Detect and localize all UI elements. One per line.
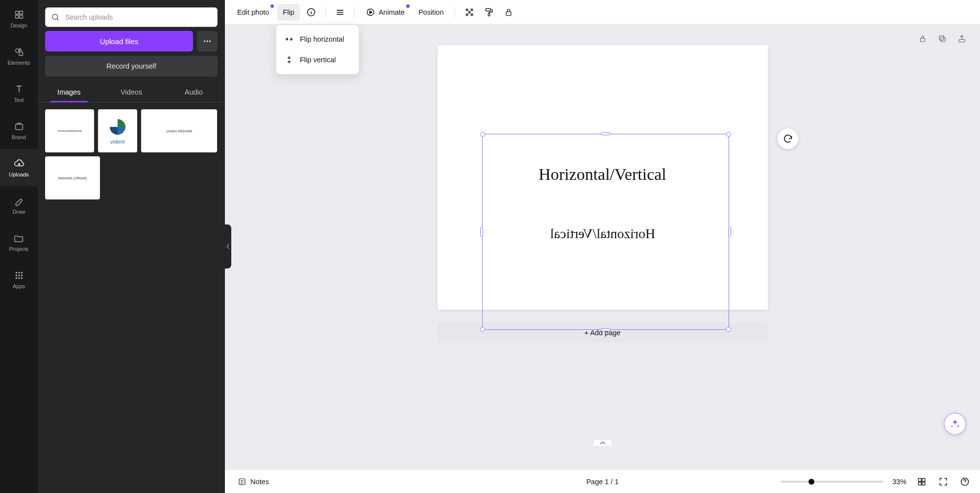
design-icon [13,9,25,21]
fullscreen-icon [938,477,948,487]
svg-point-18 [207,41,208,42]
svg-point-9 [21,272,23,274]
canvas-page[interactable]: Horizontal/Vertical Horizontal/Vertical [438,45,768,310]
svg-rect-26 [471,13,473,16]
separator [455,6,455,18]
svg-point-16 [52,14,58,20]
edit-photo-button[interactable]: Edit photo [232,4,274,21]
paint-roller-icon [484,7,494,17]
canvas-area[interactable]: Horizontal/Vertical Horizontal/Vertical [225,25,980,469]
flip-horizontal-icon [284,34,294,44]
resize-handle-tr[interactable] [726,132,731,137]
lock-button[interactable] [500,4,517,21]
rail-brand[interactable]: Brand [0,112,38,149]
duplicate-icon [938,34,947,43]
rail-design[interactable]: Design [0,0,38,37]
notes-button[interactable]: Notes [234,474,273,489]
copy-style-button[interactable] [481,4,497,21]
svg-rect-37 [918,482,921,485]
zoom-slider[interactable] [781,481,883,483]
rail-text[interactable]: Text [0,74,38,112]
context-toolbar: Edit photo Flip Animate Position [225,0,980,25]
svg-point-12 [21,274,23,276]
rail-apps[interactable]: Apps [0,261,38,298]
upload-thumb[interactable]: Unsere Webseite [141,109,217,152]
lock-icon [918,34,927,43]
svg-rect-36 [922,478,925,481]
svg-rect-33 [959,40,965,42]
tab-videos[interactable]: Videos [100,83,162,102]
zoom-percentage[interactable]: 33% [892,478,906,486]
transparency-icon [465,7,474,17]
animate-icon [366,8,375,17]
svg-rect-30 [921,38,925,42]
flip-button[interactable]: Flip [277,4,299,21]
svg-rect-38 [922,482,925,485]
flip-vertical-label: Flip vertical [300,56,336,64]
selection-box[interactable] [482,134,729,330]
align-button[interactable] [332,4,348,21]
transparency-button[interactable] [461,4,478,21]
animate-button[interactable]: Animate [361,4,410,21]
svg-point-14 [18,277,20,279]
record-yourself-button[interactable]: Record yourself [45,56,218,76]
ai-assistant-fab[interactable] [944,413,966,435]
svg-point-15 [21,277,23,279]
tab-images[interactable]: Images [38,83,100,102]
rail-elements[interactable]: Elements [0,37,38,74]
position-button[interactable]: Position [413,4,449,21]
rail-projects[interactable]: Projects [0,223,38,261]
grid-view-button[interactable] [915,475,928,488]
resize-handle-tl[interactable] [480,132,485,137]
upload-thumb[interactable]: Horizontal/Vertical [45,109,94,152]
resize-handle-mr[interactable] [728,227,731,237]
rail-label: Projects [9,246,29,252]
draw-icon [13,195,25,207]
flip-horizontal-label: Flip horizontal [300,35,344,43]
upload-files-button[interactable]: Upload files [45,31,193,51]
upload-thumb[interactable]: Webseite (Offizielt) [45,156,100,199]
svg-rect-25 [466,13,468,16]
info-button[interactable] [303,4,319,21]
uploads-icon [13,158,25,170]
svg-point-8 [18,272,20,274]
tab-audio[interactable]: Audio [163,83,225,102]
resize-handle-bl[interactable] [480,327,485,332]
rotate-fab[interactable] [778,128,798,149]
svg-rect-22 [466,8,468,11]
resize-handle-bm[interactable] [601,328,611,331]
editor-main: Edit photo Flip Animate Position Fl [225,0,980,493]
upload-more-button[interactable] [197,31,218,51]
bottom-bar: Notes Page 1 / 1 33% [225,469,980,493]
page-actions [915,31,969,46]
rail-draw[interactable]: Draw [0,186,38,223]
svg-point-13 [15,277,17,279]
svg-point-17 [204,41,205,42]
lock-page-button[interactable] [915,31,930,46]
uploads-tabs: Images Videos Audio [38,83,225,102]
flip-vertical-item[interactable]: Flip vertical [276,49,359,70]
help-button[interactable] [958,475,971,488]
resize-handle-br[interactable] [726,327,731,332]
rail-label: Elements [8,60,30,66]
duplicate-page-button[interactable] [935,31,950,46]
lines-icon [335,7,345,17]
svg-rect-5 [19,52,23,55]
expand-pages-handle[interactable] [593,439,612,446]
svg-rect-28 [489,13,490,16]
apps-icon [13,270,25,281]
animate-label: Animate [379,8,405,16]
share-page-button[interactable] [955,31,969,46]
thumb-caption: vident [110,139,124,145]
notes-icon [238,477,246,486]
search-input[interactable] [45,7,218,27]
upload-thumb[interactable]: vident [98,109,137,152]
flip-horizontal-item[interactable]: Flip horizontal [276,29,359,49]
fullscreen-button[interactable] [937,475,950,488]
svg-point-19 [209,41,211,42]
resize-handle-tm[interactable] [601,132,611,135]
page-wrap: Horizontal/Vertical Horizontal/Vertical [438,45,768,343]
rail-uploads[interactable]: Uploads [0,149,38,186]
chevron-up-icon [599,441,606,445]
resize-handle-ml[interactable] [480,227,483,237]
